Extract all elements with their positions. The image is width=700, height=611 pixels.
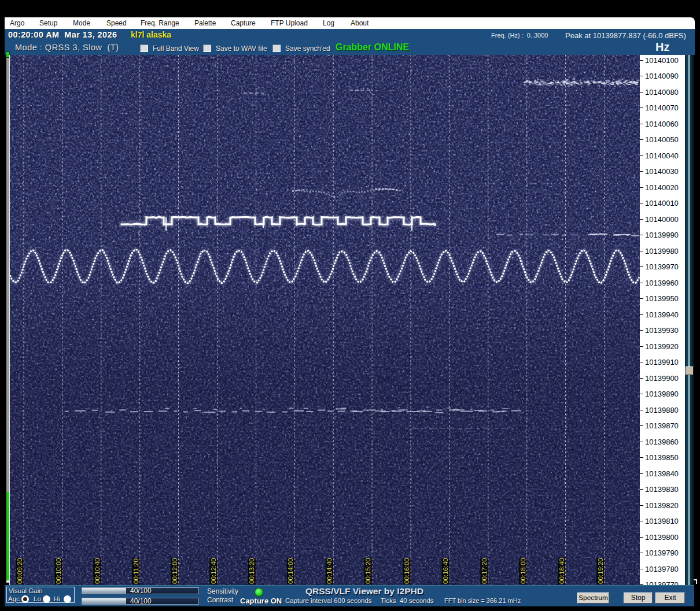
svg-text:00:19:20: 00:19:20 — [597, 558, 604, 584]
svg-text:00:14:40: 00:14:40 — [326, 558, 333, 584]
svg-text:00:18:40: 00:18:40 — [558, 558, 565, 584]
svg-text:00:14:00: 00:14:00 — [287, 558, 294, 584]
svg-text:00:10:40: 00:10:40 — [94, 558, 101, 584]
svg-text:00:17:20: 00:17:20 — [481, 558, 488, 584]
svg-text:00:16:40: 00:16:40 — [442, 558, 449, 584]
svg-text:00:09:20: 00:09:20 — [16, 558, 23, 584]
svg-text:00:13:20: 00:13:20 — [248, 558, 255, 584]
svg-text:00:11:20: 00:11:20 — [132, 558, 139, 584]
svg-text:00:12:00: 00:12:00 — [171, 558, 178, 584]
svg-text:00:12:40: 00:12:40 — [210, 558, 217, 584]
svg-text:00:10:00: 00:10:00 — [55, 558, 62, 584]
svg-text:00:15:20: 00:15:20 — [364, 558, 371, 584]
svg-text:00:16:00: 00:16:00 — [403, 558, 410, 584]
svg-text:00:18:00: 00:18:00 — [520, 558, 526, 584]
